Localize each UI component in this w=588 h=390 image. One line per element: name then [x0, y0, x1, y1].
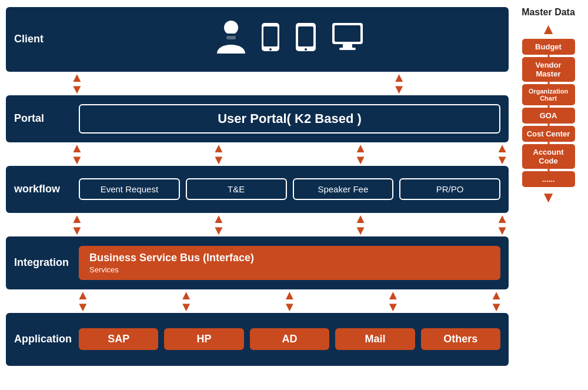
- wf-event-request: Event Request: [79, 178, 180, 200]
- client-icons: [216, 19, 364, 59]
- bsb-title: Business Service Bus (Interface): [89, 252, 490, 264]
- app-hp: HP: [164, 328, 243, 350]
- portal-row: Portal User Portal( K2 Based ): [6, 95, 509, 142]
- tablet-icon: [295, 22, 317, 56]
- arrow-group-2: ▲ ▼ ▲ ▼ ▲ ▼ ▲ ▼: [71, 142, 509, 166]
- arrow-group-3: ▲ ▼ ▲ ▼ ▲ ▼ ▲ ▼: [71, 213, 509, 236]
- svg-rect-4: [263, 26, 278, 46]
- md-goa: GOA: [522, 108, 575, 124]
- left-panel: Client: [6, 7, 509, 384]
- workflow-content: Event Request T&E Speaker Fee PR/PO: [79, 178, 500, 200]
- master-data-top-arrow: ▲: [541, 21, 556, 36]
- monitor-icon: [331, 22, 364, 56]
- phone-icon: [260, 22, 280, 56]
- master-data-panel: Master Data ▲ Budget Vendor Master Organ…: [514, 7, 582, 384]
- svg-rect-10: [335, 25, 360, 42]
- arrow-4: ▲ ▼: [212, 142, 225, 166]
- app-others: Others: [421, 328, 500, 350]
- app-sap: SAP: [79, 328, 158, 350]
- md-vendor-master: Vendor Master: [522, 57, 575, 82]
- arrow-9: ▲ ▼: [354, 213, 367, 236]
- md-budget: Budget: [522, 39, 575, 55]
- arrow-14: ▲ ▼: [386, 289, 399, 313]
- svg-rect-12: [339, 48, 356, 50]
- arrows-integration-application: ▲ ▼ ▲ ▼ ▲ ▼ ▲ ▼ ▲ ▼: [6, 293, 509, 309]
- arrow-13: ▲ ▼: [283, 289, 296, 313]
- application-content: SAP HP AD Mail Others: [79, 328, 500, 350]
- wf-prpo: PR/PO: [399, 178, 500, 200]
- integration-label: Integration: [14, 256, 79, 269]
- master-data-title: Master Data: [522, 7, 575, 18]
- svg-rect-2: [226, 36, 236, 39]
- workflow-boxes: Event Request T&E Speaker Fee PR/PO: [79, 178, 500, 200]
- arrow-7: ▲ ▼: [71, 213, 83, 236]
- workflow-label: workflow: [14, 183, 79, 195]
- arrow-2: ▲ ▼: [393, 72, 406, 95]
- application-label: Application: [14, 333, 79, 345]
- arrow-group-4: ▲ ▼ ▲ ▼ ▲ ▼ ▲ ▼ ▲ ▼: [71, 289, 509, 313]
- arrow-6: ▲ ▼: [496, 142, 509, 166]
- svg-point-8: [305, 48, 307, 51]
- portal-label: Portal: [14, 112, 79, 125]
- client-row: Client: [6, 7, 509, 72]
- application-row: Application SAP HP AD Mail Others: [6, 313, 509, 366]
- integration-content: Business Service Bus (Interface) Service…: [79, 246, 500, 280]
- arrow-10: ▲ ▼: [496, 213, 509, 236]
- arrow-15: ▲ ▼: [490, 289, 503, 313]
- bsb-subtitle: Services: [89, 265, 490, 274]
- portal-box: User Portal( K2 Based ): [79, 104, 500, 134]
- client-label: Client: [14, 33, 79, 45]
- svg-rect-7: [298, 26, 313, 46]
- arrows-workflow-integration: ▲ ▼ ▲ ▼ ▲ ▼ ▲ ▼: [6, 216, 509, 233]
- wf-speaker-fee: Speaker Fee: [293, 178, 394, 200]
- arrows-client-portal: ▲ ▼ ▲ ▼: [6, 75, 509, 92]
- app-boxes: SAP HP AD Mail Others: [79, 328, 500, 350]
- arrow-3: ▲ ▼: [71, 142, 83, 166]
- arrows-portal-workflow: ▲ ▼ ▲ ▼ ▲ ▼ ▲ ▼: [6, 146, 509, 162]
- arrow-1: ▲ ▼: [71, 72, 83, 95]
- app-ad: AD: [250, 328, 329, 350]
- client-icons-container: [79, 19, 500, 59]
- arrow-group-1: ▲ ▼ ▲ ▼: [71, 72, 509, 95]
- svg-rect-11: [343, 44, 352, 48]
- arrow-5: ▲ ▼: [354, 142, 367, 166]
- app-mail: Mail: [335, 328, 415, 350]
- arrow-11: ▲ ▼: [76, 289, 89, 313]
- svg-point-0: [224, 21, 238, 35]
- main-container: Client: [6, 7, 582, 384]
- md-account-code: Account Code: [522, 144, 575, 169]
- arrow-8: ▲ ▼: [212, 213, 225, 236]
- svg-point-5: [269, 48, 272, 51]
- integration-row: Integration Business Service Bus (Interf…: [6, 236, 509, 289]
- bsb-box: Business Service Bus (Interface) Service…: [79, 246, 500, 280]
- md-org-chart: Organization Chart: [522, 84, 575, 105]
- master-data-bottom-arrow: ▼: [541, 189, 556, 205]
- workflow-row: workflow Event Request T&E Speaker Fee P…: [6, 166, 509, 213]
- md-cost-center: Cost Center: [522, 126, 575, 142]
- portal-content: User Portal( K2 Based ): [79, 104, 500, 134]
- wf-te: T&E: [186, 178, 287, 200]
- md-others: ......: [522, 171, 575, 187]
- person-icon: [216, 19, 246, 59]
- arrow-12: ▲ ▼: [180, 289, 193, 313]
